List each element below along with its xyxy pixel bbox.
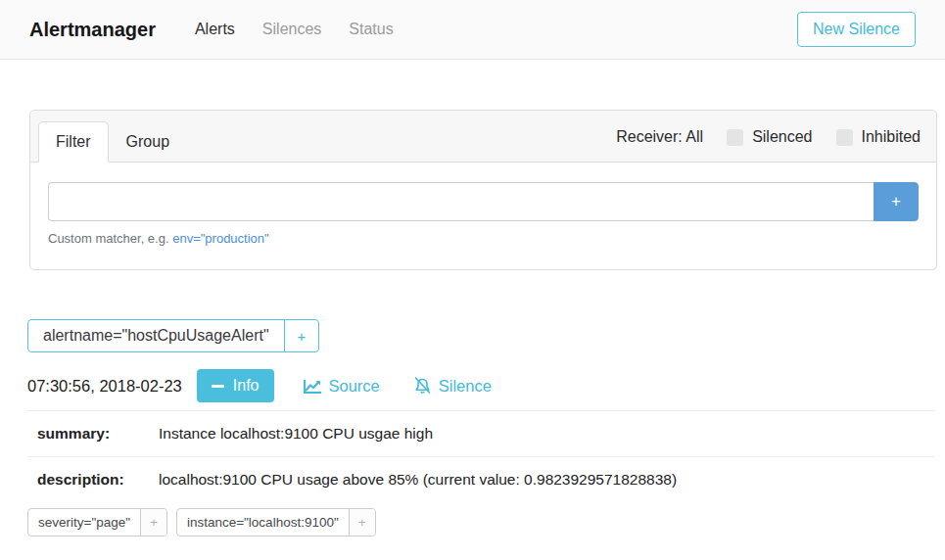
label-chip-instance: instance="localhost:9100" + [176, 508, 376, 537]
label-chip-add-button[interactable]: + [349, 509, 375, 536]
nav-link-silences[interactable]: Silences [262, 21, 321, 38]
label-chip-severity: severity="page" + [27, 508, 167, 537]
annotation-row-description: description: localhost:9100 CPU usage ab… [27, 456, 935, 502]
annotation-row-summary: summary: Instance localhost:9100 CPU usg… [27, 410, 935, 456]
tab-group[interactable]: Group [109, 121, 187, 163]
nav-link-alerts[interactable]: Alerts [195, 21, 235, 38]
matcher-input[interactable] [48, 182, 874, 221]
group-filter-chip-text: alertname="hostCpuUsageAlert" [28, 320, 284, 351]
annotation-value: localhost:9100 CPU usage above 85% (curr… [159, 470, 677, 490]
inhibited-checkbox-group[interactable]: Inhibited [836, 128, 921, 146]
matcher-input-group: + [48, 182, 919, 221]
add-matcher-button[interactable]: + [874, 182, 919, 221]
inhibited-checkbox-label: Inhibited [862, 128, 921, 146]
tab-filter[interactable]: Filter [38, 121, 109, 163]
chart-icon [304, 378, 322, 395]
receiver-selector[interactable]: Receiver: All [616, 128, 703, 146]
minus-icon [212, 385, 224, 388]
alert-silence-link[interactable]: Silence [413, 377, 492, 396]
alert-info-button-label: Info [233, 377, 260, 395]
label-chip-add-button[interactable]: + [140, 509, 166, 536]
silenced-checkbox[interactable] [727, 129, 743, 146]
alert-info-button[interactable]: Info [197, 369, 274, 402]
inhibited-checkbox[interactable] [836, 129, 853, 146]
nav-links: Alerts Silences Status [195, 21, 394, 38]
matcher-help-label: Custom matcher, e.g. [48, 231, 169, 246]
filter-card: Filter Group Receiver: All Silenced Inhi… [29, 110, 937, 270]
bell-slash-icon [413, 377, 432, 395]
silenced-checkbox-group[interactable]: Silenced [727, 128, 812, 146]
filter-card-body: + Custom matcher, e.g. env="production" [30, 163, 936, 269]
group-filter-chip: alertname="hostCpuUsageAlert" + [27, 319, 319, 352]
filter-tabs: Filter Group [38, 121, 187, 163]
matcher-help-example-link[interactable]: env="production" [172, 231, 269, 246]
annotation-key: summary: [37, 424, 159, 443]
filter-card-header: Filter Group Receiver: All Silenced Inhi… [30, 111, 936, 163]
silenced-checkbox-label: Silenced [752, 128, 812, 146]
alert-row: 07:30:56, 2018-02-23 Info Source Silence [27, 369, 945, 402]
alert-silence-link-label: Silence [439, 377, 492, 396]
group-filter-chip-add-button[interactable]: + [284, 320, 319, 351]
label-chip-text: severity="page" [28, 509, 140, 536]
navbar: Alertmanager Alerts Silences Status New … [0, 0, 945, 60]
annotation-value: Instance localhost:9100 CPU usgae high [159, 424, 433, 443]
label-chip-text: instance="localhost:9100" [177, 509, 349, 536]
alert-source-link[interactable]: Source [304, 377, 380, 396]
filter-header-controls: Receiver: All Silenced Inhibited [616, 128, 921, 146]
alert-source-link-label: Source [329, 377, 380, 396]
app-brand[interactable]: Alertmanager [29, 19, 156, 41]
nav-link-status[interactable]: Status [349, 21, 393, 38]
annotations-table: summary: Instance localhost:9100 CPU usg… [27, 410, 935, 502]
matcher-help-text: Custom matcher, e.g. env="production" [48, 231, 919, 246]
new-silence-button[interactable]: New Silence [797, 12, 916, 47]
alert-labels: severity="page" + instance="localhost:91… [27, 508, 945, 537]
alert-timestamp: 07:30:56, 2018-02-23 [27, 377, 182, 396]
annotation-key: description: [37, 470, 159, 490]
